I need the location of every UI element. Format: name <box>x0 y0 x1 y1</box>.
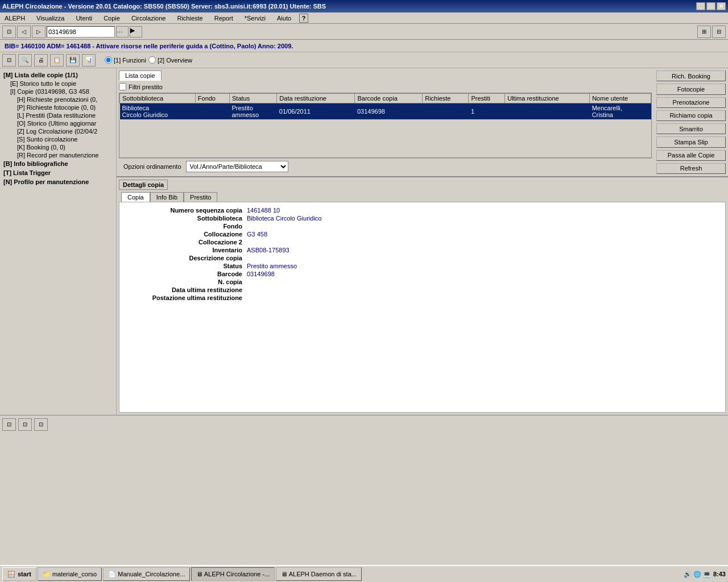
sidebar-item-richieste-pren[interactable]: [H] Richieste prenotazioni (0, <box>1 95 115 103</box>
tab-prestito[interactable]: Prestito <box>184 192 217 202</box>
detail-row-fondo: Fondo <box>129 223 716 230</box>
menu-utenti[interactable]: Utenti <box>72 14 96 23</box>
radio-overview[interactable]: [2] Overview <box>148 56 192 64</box>
radio-overview-input[interactable] <box>148 56 156 64</box>
toolbar-btn-2[interactable]: ◁ <box>17 26 31 38</box>
col-barcode-copia[interactable]: Barcode copia <box>355 94 423 103</box>
menu-visualizza[interactable]: Visualizza <box>33 14 68 23</box>
richiamo-copia-button[interactable]: Richiamo copia <box>656 110 726 121</box>
table-row[interactable]: BibliotecaCircolo Giuridico Prestitoamme… <box>120 103 651 120</box>
taskbar-item-materiale[interactable]: 📁 materiale_corso <box>38 567 102 581</box>
radio-funzioni[interactable]: [1] Funzioni <box>105 56 146 64</box>
start-button[interactable]: 🪟 start <box>2 567 36 581</box>
label-coll2: Collocazione 2 <box>129 239 242 246</box>
toolbar2-btn-2[interactable]: 🔍 <box>18 54 32 66</box>
taskbar: 🪟 start 📁 materiale_corso 📄 Manuale_Circ… <box>0 565 728 582</box>
taskbar-item-aleph-daemon[interactable]: 🖥 ALEPH Daemon di sta... <box>276 567 362 581</box>
detail-row-coll2: Collocazione 2 <box>129 239 716 246</box>
table-area: Lista copie Filtri prestito Sottobibliot… <box>117 68 654 176</box>
stampa-slip-button[interactable]: Stampa Slip <box>656 136 726 147</box>
value-coll: G3 458 <box>247 231 716 238</box>
close-button[interactable]: ✕ <box>717 2 726 10</box>
sidebar-item-sunto[interactable]: [S] Sunto circolazione <box>1 135 115 143</box>
statusbar: ⊡ ⊡ ⊡ <box>0 415 728 433</box>
bottom-section: Dettagli copia Copia Info Bib Prestito N… <box>117 176 728 415</box>
menu-aiuto[interactable]: Aiuto <box>274 14 295 23</box>
minimize-button[interactable]: _ <box>696 2 705 10</box>
toolbar-btn-1[interactable]: ⊡ <box>2 26 16 38</box>
passa-alle-copie-button[interactable]: Passa alle Copie <box>656 150 726 161</box>
sidebar-item-info-bib[interactable]: [B] Info bibliografiche <box>1 159 115 168</box>
sidebar-item-trigger[interactable]: [T] Lista Trigger <box>1 168 115 177</box>
menu-report[interactable]: Report <box>211 14 237 23</box>
statusbar-btn-2[interactable]: ⊡ <box>18 418 32 431</box>
toolbar2-btn-6[interactable]: 📊 <box>82 54 96 66</box>
detail-panel-label[interactable]: Dettagli copia <box>119 180 168 190</box>
refresh-button[interactable]: Refresh <box>656 163 726 174</box>
toolbar-icon-1[interactable]: ⊞ <box>697 26 711 38</box>
search-next-button[interactable]: ▶ <box>130 26 142 38</box>
menu-circolazione[interactable]: Circolazione <box>128 14 169 23</box>
label-inv: Inventario <box>129 247 242 253</box>
taskbar-item-manuale[interactable]: 📄 Manuale_Circolazione... <box>103 567 190 581</box>
statusbar-btn-3[interactable]: ⊡ <box>34 418 48 431</box>
menu-aleph[interactable]: ALEPH <box>1 14 28 23</box>
menu-servizi[interactable]: *Servizi <box>241 14 269 23</box>
sidebar-item-lista-copie[interactable]: [M] Lista delle copie (1/1) <box>1 70 115 80</box>
sidebar-item-storico-ult[interactable]: [O] Storico (Ultimo aggiornar <box>1 119 115 127</box>
toolbar-btn-3[interactable]: ▷ <box>32 26 46 38</box>
value-ncopia <box>247 278 716 285</box>
label-data-ult: Data ultima restituzione <box>129 286 242 293</box>
col-ultima-restituzione[interactable]: Ultima restituzione <box>505 94 590 103</box>
maximize-button[interactable]: □ <box>706 2 715 10</box>
taskbar-icon-3: 🖥 <box>196 571 202 577</box>
col-data-restituzione[interactable]: Data restituzione <box>277 94 355 103</box>
col-prestiti[interactable]: Prestiti <box>469 94 505 103</box>
toolbar2-btn-4[interactable]: 📋 <box>50 54 64 66</box>
prenotazione-button[interactable]: Prenotazione <box>656 97 726 108</box>
menu-bar: ALEPH Visualizza Utenti Copie Circolazio… <box>0 13 728 24</box>
menu-richieste[interactable]: Richieste <box>173 14 206 23</box>
cell-data-restituzione: 01/06/2011 <box>277 103 355 120</box>
sidebar-item-copie[interactable]: [I] Copie (03149698, G3 458 <box>1 88 115 95</box>
systray: 🔊 🌐 💻 8:43 <box>684 571 726 578</box>
col-sottobiblioteca[interactable]: Sottobiblioteca <box>120 94 196 103</box>
sidebar-item-storico[interactable]: [E] Storico tutto le copie <box>1 80 115 88</box>
sidebar-item-prestiti[interactable]: [L] Prestiti (Data restituzione <box>1 111 115 119</box>
toolbar2-btn-1[interactable]: ⊡ <box>2 54 16 66</box>
filter-checkbox[interactable] <box>119 83 126 90</box>
statusbar-btn-1[interactable]: ⊡ <box>2 418 16 431</box>
title-bar: ALEPH Circolazione - Versione 20.01 Cata… <box>0 0 728 13</box>
smarrito-button[interactable]: Smarrito <box>656 123 726 134</box>
toolbar2-btn-3[interactable]: 🖨 <box>34 54 48 66</box>
tab-lista-copie[interactable]: Lista copie <box>119 70 162 81</box>
toolbar2-btn-5[interactable]: 💾 <box>66 54 80 66</box>
sidebar-item-booking[interactable]: [K] Booking (0, 0) <box>1 143 115 151</box>
taskbar-item-aleph-circ[interactable]: 🖥 ALEPH Circolazione -... <box>191 567 275 581</box>
col-status[interactable]: Status <box>229 94 276 103</box>
search-input[interactable] <box>47 26 115 38</box>
menu-copie[interactable]: Copie <box>100 14 123 23</box>
fotocopie-button[interactable]: Fotocopie <box>656 84 726 94</box>
col-fondo[interactable]: Fondo <box>195 94 229 103</box>
rich-booking-button[interactable]: Rich. Booking <box>656 70 726 81</box>
sort-select[interactable]: Vol./Anno/Parte/Biblioteca Barcode Statu… <box>186 161 288 172</box>
sidebar-item-richieste-foto[interactable]: [P] Richieste fotocopie (0, 0) <box>1 103 115 111</box>
content-area: Lista copie Filtri prestito Sottobibliot… <box>117 68 728 415</box>
help-button[interactable]: ? <box>299 14 308 23</box>
label-ncopia: N. copia <box>129 278 242 285</box>
sidebar-item-log[interactable]: [Z] Log Circolazione (02/04/2 <box>1 127 115 135</box>
tab-info-bib[interactable]: Info Bib <box>150 192 184 202</box>
sidebar-item-record[interactable]: [R] Record per manutenzione <box>1 151 115 159</box>
search-go-button[interactable]: … <box>116 26 129 38</box>
table-wrapper[interactable]: Sottobiblioteca Fondo Status Data restit… <box>119 93 652 158</box>
tab-copia[interactable]: Copia <box>121 192 150 202</box>
sidebar-item-profilo[interactable]: [N] Profilo per manutenzione <box>1 177 115 186</box>
radio-funzioni-input[interactable] <box>105 56 112 64</box>
col-richieste[interactable]: Richieste <box>423 94 469 103</box>
taskbar-icon-4: 🖥 <box>281 571 287 577</box>
col-nome-utente[interactable]: Nome utente <box>590 94 651 103</box>
toolbar-icon-2[interactable]: ⊟ <box>712 26 726 38</box>
data-table: Sottobiblioteca Fondo Status Data restit… <box>119 93 651 119</box>
detail-row-sotto: Sottobiblioteca Biblioteca Circolo Giuri… <box>129 215 716 222</box>
